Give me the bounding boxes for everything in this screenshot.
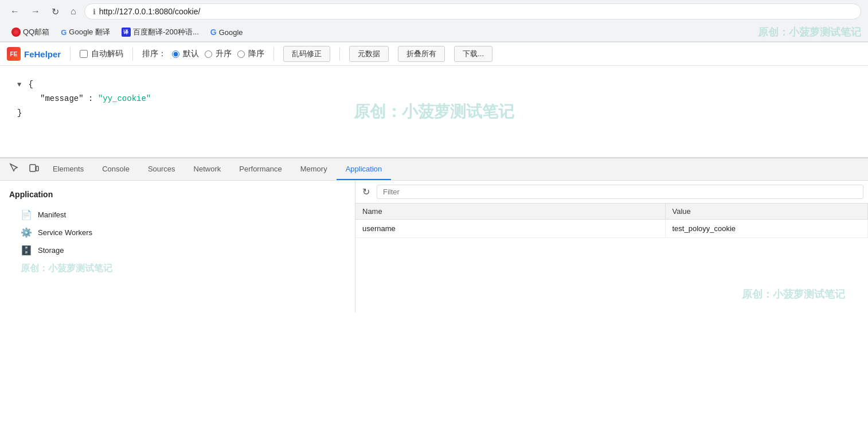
- sidebar-storage-label: Storage: [38, 246, 64, 255]
- devtools-content: Application 📄 Manifest ⚙️ Service Worker…: [0, 181, 868, 313]
- google-icon: G: [210, 28, 217, 37]
- google-translate-icon: G: [61, 28, 67, 37]
- url-text: http://127.0.0.1:8080/cookie/: [99, 7, 201, 16]
- download-button[interactable]: 下载...: [454, 46, 492, 62]
- tab-console[interactable]: Console: [93, 159, 139, 180]
- tab-performance[interactable]: Performance: [230, 159, 291, 180]
- fehelper-icon: FE: [7, 47, 21, 61]
- sidebar-manifest-label: Manifest: [38, 210, 66, 219]
- tab-sources[interactable]: Sources: [139, 159, 185, 180]
- dt-main-panel: ↻ Name Value username test_poloyy_cookie: [355, 181, 868, 313]
- reload-button[interactable]: ↻: [48, 4, 62, 19]
- auto-decode-label[interactable]: 自动解码: [80, 49, 123, 59]
- address-bar[interactable]: ℹ http://127.0.0.1:8080/cookie/: [84, 3, 861, 19]
- sort-desc-radio[interactable]: [237, 50, 245, 58]
- json-area: ▼ { "message" : "yy_cookie" } 原创：小菠萝测试笔记: [0, 66, 868, 158]
- json-value: "yy_cookie": [98, 94, 151, 103]
- tab-memory[interactable]: Memory: [291, 159, 337, 180]
- sort-default-option[interactable]: 默认: [172, 49, 199, 59]
- tab-network[interactable]: Network: [185, 159, 230, 180]
- bookmark-google[interactable]: G Google: [206, 26, 248, 38]
- svg-rect-0: [30, 165, 36, 171]
- sort-desc-option[interactable]: 降序: [237, 49, 264, 59]
- divider-3: [273, 47, 274, 61]
- json-key: "message": [40, 94, 84, 103]
- tab-application[interactable]: Application: [337, 159, 392, 180]
- divider-4: [339, 47, 340, 61]
- fold-all-button[interactable]: 折叠所有: [398, 46, 445, 62]
- sort-asc-radio[interactable]: [205, 50, 212, 58]
- qq-mail-icon: [11, 28, 21, 37]
- bookmark-qq-mail[interactable]: QQ邮箱: [7, 25, 54, 39]
- watermark-top: 原创：小菠萝测试笔记: [758, 25, 861, 39]
- bookmark-google-label: Google: [219, 28, 243, 37]
- forward-button[interactable]: →: [28, 4, 44, 19]
- bookmarks-bar: QQ邮箱 G Google 翻译 译 百度翻译-200种语... G Googl…: [0, 23, 868, 42]
- table-row[interactable]: username test_poloyy_cookie: [355, 220, 868, 238]
- address-bar-row: ← → ↻ ⌂ ℹ http://127.0.0.1:8080/cookie/: [0, 0, 868, 23]
- cookie-value-cell: test_poloyy_cookie: [665, 220, 868, 238]
- json-open-brace: {: [29, 80, 33, 89]
- json-colon: :: [88, 94, 98, 103]
- storage-icon: 🗄️: [21, 245, 32, 256]
- filter-bar: ↻: [355, 181, 868, 204]
- sidebar-item-service-workers[interactable]: ⚙️ Service Workers: [0, 224, 355, 241]
- sort-asc-label: 升序: [216, 49, 232, 59]
- svg-rect-1: [36, 166, 38, 171]
- inspector-icon-button[interactable]: [5, 158, 24, 180]
- fix-encoding-button[interactable]: 乱码修正: [283, 46, 330, 62]
- json-close-line: }: [17, 106, 851, 120]
- sort-desc-label: 降序: [248, 49, 264, 59]
- table-header-name: Name: [355, 204, 665, 220]
- service-workers-icon: ⚙️: [21, 227, 32, 238]
- refresh-button[interactable]: ↻: [360, 184, 372, 200]
- device-toolbar-button[interactable]: [24, 158, 44, 180]
- bookmark-baidu-translate[interactable]: 译 百度翻译-200种语...: [117, 25, 204, 39]
- fehelper-bar: FE FeHelper 自动解码 排序： 默认 升序 降序 乱码修正 元数据 折…: [0, 42, 868, 66]
- sort-label: 排序：: [142, 49, 166, 59]
- bookmark-gtranslate-label: Google 翻译: [69, 27, 110, 37]
- sidebar-service-workers-label: Service Workers: [38, 228, 92, 237]
- dt-sidebar: Application 📄 Manifest ⚙️ Service Worker…: [0, 181, 355, 313]
- security-icon: ℹ: [93, 7, 96, 16]
- sidebar-item-manifest[interactable]: 📄 Manifest: [0, 206, 355, 224]
- home-button[interactable]: ⌂: [67, 4, 80, 19]
- sidebar-title: Application: [0, 188, 355, 201]
- tab-elements[interactable]: Elements: [44, 159, 93, 180]
- watermark-table: 原创：小菠萝测试笔记: [742, 287, 845, 301]
- sort-group: 排序： 默认 升序 降序: [142, 49, 264, 59]
- cookie-table: Name Value username test_poloyy_cookie: [355, 204, 868, 238]
- back-button[interactable]: ←: [7, 4, 23, 19]
- manifest-icon: 📄: [21, 209, 32, 220]
- json-close-brace: }: [17, 108, 22, 118]
- watermark-sidebar: 原创：小菠萝测试笔记: [21, 263, 112, 273]
- meta-data-button[interactable]: 元数据: [349, 46, 389, 62]
- auto-decode-text: 自动解码: [91, 49, 123, 59]
- bookmark-google-translate[interactable]: G Google 翻译: [56, 25, 115, 39]
- fehelper-logo: FE FeHelper: [7, 47, 61, 61]
- bookmark-qq-label: QQ邮箱: [23, 27, 49, 37]
- json-toggle[interactable]: ▼: [17, 81, 21, 89]
- table-header-value: Value: [665, 204, 868, 220]
- devtools: Elements Console Sources Network Perform…: [0, 158, 868, 313]
- json-open-line: ▼ {: [17, 77, 851, 92]
- baidu-icon: 译: [122, 28, 131, 37]
- filter-input[interactable]: [377, 185, 863, 199]
- sort-default-label: 默认: [183, 49, 199, 59]
- auto-decode-checkbox[interactable]: [80, 50, 88, 58]
- json-message-line: "message" : "yy_cookie": [40, 92, 851, 106]
- divider-1: [70, 47, 71, 61]
- fehelper-name: FeHelper: [24, 49, 61, 59]
- browser-chrome: ← → ↻ ⌂ ℹ http://127.0.0.1:8080/cookie/ …: [0, 0, 868, 42]
- sidebar-item-storage[interactable]: 🗄️ Storage: [0, 241, 355, 259]
- sort-default-radio[interactable]: [172, 50, 179, 58]
- bookmark-baidu-label: 百度翻译-200种语...: [133, 27, 199, 37]
- devtools-tabs: Elements Console Sources Network Perform…: [0, 158, 868, 181]
- sort-asc-option[interactable]: 升序: [205, 49, 232, 59]
- cookie-name-cell: username: [355, 220, 665, 238]
- divider-2: [132, 47, 133, 61]
